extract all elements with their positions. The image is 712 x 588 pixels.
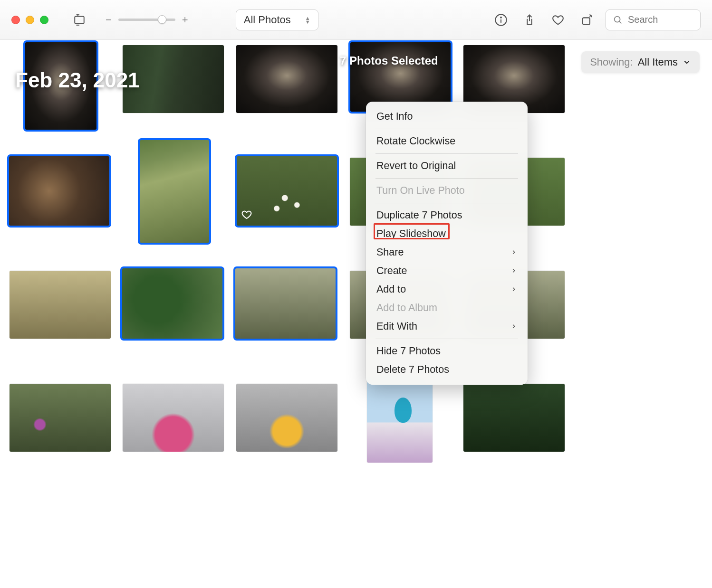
chevron-right-icon (510, 284, 517, 295)
menu-separator (375, 203, 518, 203)
fullscreen-window-button[interactable] (40, 16, 48, 24)
zoom-slider-thumb[interactable] (158, 15, 166, 24)
share-button[interactable] (520, 10, 539, 29)
rotate-button[interactable] (577, 10, 596, 29)
updown-chevron-icon: ▲▼ (305, 16, 310, 24)
showing-value: All Items (638, 56, 678, 68)
ctx-add-to[interactable]: Add to (366, 280, 528, 299)
context-menu: Get Info Rotate Clockwise Revert to Orig… (366, 102, 528, 385)
photo-thumbnail[interactable] (139, 140, 210, 243)
window-controls (11, 16, 48, 24)
photo-thumbnail[interactable] (10, 271, 111, 339)
share-icon (523, 13, 536, 27)
photo-thumbnail[interactable] (367, 372, 433, 463)
ctx-edit-with[interactable]: Edit With (366, 317, 528, 336)
ctx-create[interactable]: Create (366, 262, 528, 280)
svg-rect-0 (75, 16, 84, 23)
ctx-share[interactable]: Share (366, 243, 528, 262)
chevron-down-icon (683, 58, 691, 66)
chevron-right-icon (510, 247, 517, 258)
ctx-turn-on-live-photo: Turn On Live Photo (366, 181, 528, 200)
showing-filter-button[interactable]: Showing: All Items (581, 51, 700, 73)
toolbar: − + All Photos ▲▼ (0, 0, 712, 40)
zoom-slider[interactable] (118, 19, 175, 21)
info-button[interactable] (491, 10, 510, 29)
photo-thumbnail[interactable] (236, 384, 337, 452)
zoom-out-button[interactable]: − (106, 14, 112, 26)
ctx-play-slideshow[interactable]: Play Slideshow (366, 225, 528, 243)
photo-thumbnail[interactable] (10, 384, 111, 452)
sidebar-toggle-icon (73, 14, 86, 26)
favorite-badge (241, 209, 252, 222)
ctx-delete[interactable]: Delete 7 Photos (366, 360, 528, 379)
photo-thumbnail[interactable] (123, 45, 224, 113)
menu-separator (375, 129, 518, 129)
search-input[interactable] (628, 14, 690, 25)
ctx-add-to-album: Add to Album (366, 299, 528, 317)
zoom-control: − + (106, 14, 188, 26)
ctx-revert-original[interactable]: Revert to Original (366, 157, 528, 175)
photo-thumbnail[interactable] (235, 268, 336, 339)
search-icon (613, 15, 623, 25)
svg-point-8 (615, 16, 620, 22)
menu-separator (375, 178, 518, 179)
showing-label: Showing: (590, 56, 633, 68)
ctx-get-info[interactable]: Get Info (366, 107, 528, 126)
sidebar-toggle-button[interactable] (72, 13, 87, 27)
heart-icon (551, 13, 565, 27)
svg-line-9 (619, 21, 621, 23)
search-box[interactable] (606, 9, 701, 30)
photo-thumbnail[interactable] (9, 156, 110, 226)
chevron-right-icon (510, 265, 517, 277)
minimize-window-button[interactable] (26, 16, 34, 24)
ctx-hide[interactable]: Hide 7 Photos (366, 342, 528, 360)
info-icon (494, 13, 508, 27)
view-selector[interactable]: All Photos ▲▼ (236, 9, 318, 30)
favorite-button[interactable] (548, 10, 568, 29)
ctx-rotate-clockwise[interactable]: Rotate Clockwise (366, 132, 528, 151)
photo-grid (0, 40, 712, 588)
photo-thumbnail[interactable] (122, 268, 223, 339)
menu-separator (375, 339, 518, 339)
photo-thumbnail[interactable] (123, 384, 224, 452)
menu-separator (375, 153, 518, 154)
photo-thumbnail[interactable] (463, 384, 565, 452)
heart-icon (241, 209, 252, 220)
chevron-right-icon (510, 321, 517, 332)
zoom-in-button[interactable]: + (182, 14, 188, 26)
svg-point-6 (500, 17, 501, 18)
photo-thumbnail[interactable] (236, 156, 337, 226)
photo-thumbnail[interactable] (236, 45, 337, 113)
photo-grid-canvas: Feb 23, 2021 7 Photos Selected Showing: … (0, 40, 712, 588)
svg-rect-7 (583, 18, 590, 24)
photo-thumbnail[interactable] (25, 42, 97, 130)
ctx-duplicate[interactable]: Duplicate 7 Photos (366, 206, 528, 225)
rotate-icon (580, 13, 593, 27)
close-window-button[interactable] (11, 16, 20, 24)
view-selector-label: All Photos (244, 14, 291, 26)
